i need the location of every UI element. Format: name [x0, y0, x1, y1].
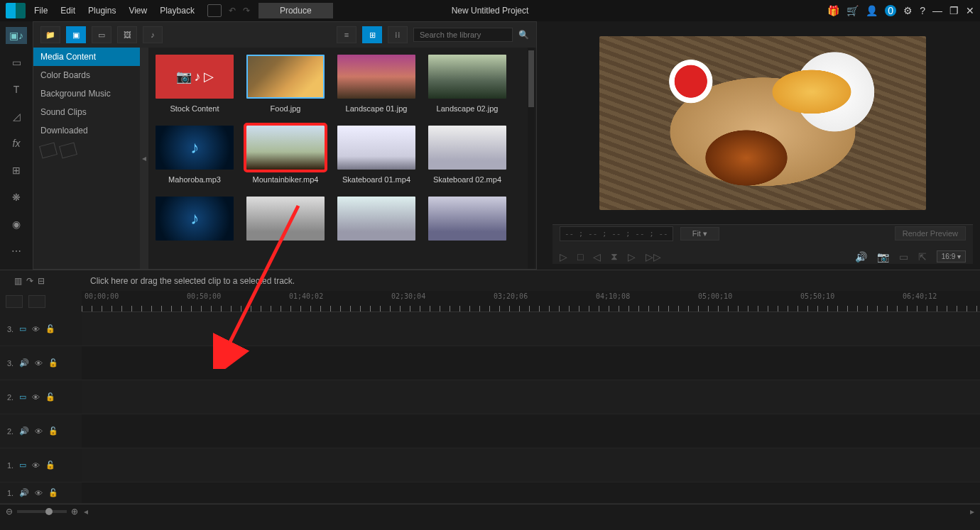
lock-icon[interactable]: 🔓	[48, 426, 58, 436]
tool-transition[interactable]: ◿	[6, 108, 27, 125]
lock-icon[interactable]: 🔓	[45, 460, 55, 470]
notification-icon[interactable]: 0	[885, 5, 896, 16]
menu-playback[interactable]: Playback	[160, 6, 195, 16]
stop-icon[interactable]: □	[577, 251, 583, 263]
tool-title[interactable]: T	[6, 81, 27, 98]
maximize-icon[interactable]: ❐	[949, 5, 959, 16]
grid-view-icon[interactable]: ⊞	[362, 26, 382, 43]
item-skateboard2[interactable]: Skateboard 02.mp4	[428, 126, 506, 184]
track-a1[interactable]	[82, 482, 980, 503]
menu-edit[interactable]: Edit	[60, 6, 75, 16]
settings-icon[interactable]: ⚙	[903, 5, 913, 16]
track-a2[interactable]	[82, 414, 980, 448]
item-mountainbiker[interactable]: Mountainbiker.mp4	[246, 126, 325, 184]
tool-more[interactable]: ⋯	[6, 243, 27, 260]
prev-frame-icon[interactable]: ◁	[593, 251, 601, 263]
cat-sound-clips[interactable]: Sound Clips	[33, 103, 140, 121]
tool-overlay[interactable]: ⊞	[6, 162, 27, 179]
tool-audio[interactable]: ◉	[6, 216, 27, 233]
app-logo	[6, 3, 26, 18]
tag-add-icon[interactable]	[59, 142, 77, 158]
cat-bg-music[interactable]: Background Music	[33, 84, 140, 103]
lock-icon[interactable]: 🔓	[45, 324, 55, 333]
dual-icon[interactable]: ▭	[899, 251, 908, 263]
zoom-slider[interactable]	[17, 510, 67, 513]
view-image-icon[interactable]: 🖼	[117, 26, 137, 43]
grid-scrollbar[interactable]	[528, 48, 535, 269]
account-icon[interactable]: 👤	[866, 5, 878, 16]
zoom-in-icon[interactable]: ⊕	[71, 507, 78, 517]
lock-icon[interactable]: 🔓	[48, 488, 58, 497]
item-mahoroba[interactable]: ♪ Mahoroba.mp3	[156, 126, 234, 184]
scroll-right-icon[interactable]: ▸	[970, 507, 974, 517]
toolbar-btn-1[interactable]	[207, 4, 222, 17]
cat-downloaded[interactable]: Downloaded	[33, 121, 140, 140]
view-media-icon[interactable]: ▣	[66, 26, 86, 43]
scroll-left-icon[interactable]: ◂	[84, 507, 88, 517]
tool-fx[interactable]: fx	[6, 135, 27, 152]
item-landscape2[interactable]: Landscape 02.jpg	[428, 55, 506, 113]
gift-icon[interactable]: 🎁	[827, 5, 839, 16]
next-frame-icon[interactable]: ▷	[628, 251, 636, 263]
fast-fwd-icon[interactable]: ▷▷	[646, 251, 661, 263]
grid-small-icon[interactable]: ⁞⁞	[388, 26, 408, 43]
render-preview-button[interactable]: Render Preview	[895, 226, 966, 241]
fit-dropdown[interactable]: Fit ▾	[680, 227, 719, 241]
cat-media-content[interactable]: Media Content	[33, 48, 140, 66]
audio-track-icon: 🔊	[19, 426, 29, 436]
video-track-icon: ▭	[19, 392, 26, 402]
menu-file[interactable]: File	[34, 6, 48, 16]
eye-icon[interactable]: 👁	[35, 359, 43, 368]
item-sk3[interactable]	[337, 197, 415, 255]
tag-icon[interactable]	[39, 142, 58, 158]
produce-button[interactable]: Produce	[258, 3, 333, 18]
th-clip-icon[interactable]: ▥	[14, 276, 22, 286]
lock-icon[interactable]: 🔓	[48, 358, 58, 368]
play-icon[interactable]: ▷	[560, 251, 567, 263]
th-arrow-icon[interactable]: ↷	[26, 276, 33, 286]
ruler-btn-2[interactable]	[28, 295, 45, 308]
eye-icon[interactable]: 👁	[32, 461, 40, 470]
tool-particle[interactable]: ❋	[6, 189, 27, 206]
list-view-icon[interactable]: ≡	[337, 26, 356, 43]
cat-color-boards[interactable]: Color Boards	[33, 66, 140, 84]
marker-icon[interactable]: ⧗	[611, 250, 618, 263]
menu-view[interactable]: View	[129, 6, 147, 16]
tool-media[interactable]: ▣♪	[6, 27, 27, 44]
item-skateboard1[interactable]: Skateboard 01.mp4	[337, 126, 415, 184]
eye-icon[interactable]: 👁	[32, 393, 40, 402]
popout-icon[interactable]: ⇱	[918, 251, 927, 263]
eye-icon[interactable]: 👁	[35, 489, 43, 497]
search-icon[interactable]: 🔍	[518, 30, 529, 40]
item-stock[interactable]: 📷♪▷ Stock Content	[156, 55, 234, 113]
cart-icon[interactable]: 🛒	[846, 5, 859, 16]
track-v2[interactable]	[82, 380, 980, 414]
eye-icon[interactable]: 👁	[32, 325, 40, 333]
aspect-dropdown[interactable]: 16:9 ▾	[937, 250, 966, 263]
snapshot-icon[interactable]: 📷	[877, 251, 889, 263]
view-board-icon[interactable]: ▭	[92, 26, 111, 43]
collapse-sidebar[interactable]: ◂	[140, 48, 148, 269]
lock-icon[interactable]: 🔓	[45, 392, 55, 402]
close-icon[interactable]: ✕	[966, 5, 974, 16]
item-bus[interactable]	[428, 197, 506, 255]
view-music-icon[interactable]: ♪	[143, 26, 163, 43]
timeline-tracks: 3.▭👁🔓 3.🔊👁🔓 2.▭👁🔓 2.🔊👁🔓 1.▭👁🔓 1.🔊👁🔓	[0, 312, 980, 504]
eye-icon[interactable]: 👁	[35, 427, 43, 436]
zoom-out-icon[interactable]: ⊖	[6, 507, 13, 517]
item-food[interactable]: Food.jpg	[246, 55, 325, 113]
ruler-btn-1[interactable]	[6, 295, 23, 308]
undo-icon[interactable]: ↶	[229, 6, 236, 16]
volume-icon[interactable]: 🔊	[855, 251, 867, 263]
tool-pip[interactable]: ▭	[6, 54, 27, 71]
audio-track-icon: 🔊	[19, 488, 29, 497]
minimize-icon[interactable]: —	[932, 5, 942, 16]
redo-icon[interactable]: ↷	[243, 6, 250, 16]
search-input[interactable]	[413, 28, 513, 42]
track-v1[interactable]	[82, 448, 980, 482]
import-icon[interactable]: 📁	[40, 26, 60, 43]
menu-plugins[interactable]: Plugins	[88, 6, 116, 16]
help-icon[interactable]: ?	[920, 5, 925, 16]
th-split-icon[interactable]: ⊟	[38, 276, 45, 286]
item-landscape1[interactable]: Landscape 01.jpg	[337, 55, 415, 113]
